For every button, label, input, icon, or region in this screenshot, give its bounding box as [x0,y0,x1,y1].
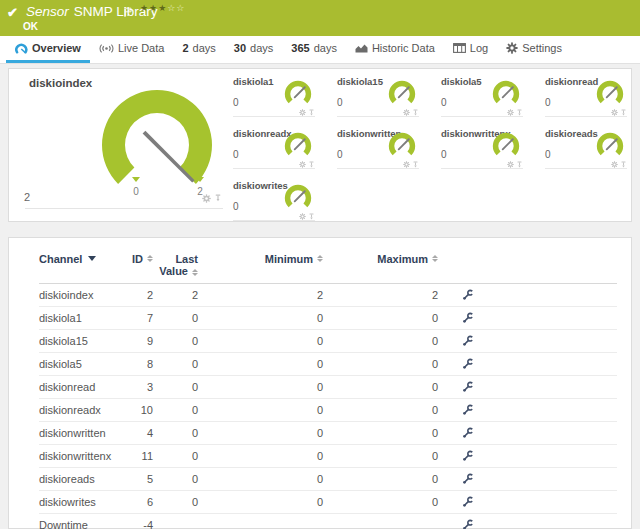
cell-maximum: 0 [323,335,438,347]
tab-label: days [193,42,216,54]
gauge-pin-icon[interactable] [412,161,419,168]
tab-label: Log [470,42,488,54]
tab-live-data[interactable]: Live Data [90,36,173,63]
tab-label: Settings [522,42,562,54]
gauge-settings-gear-icon[interactable] [403,109,410,116]
cell-maximum: 0 [323,427,438,439]
tab-number: 365 [291,42,309,54]
tab-2-days[interactable]: 2 days [173,36,224,63]
channel-settings-wrench-icon[interactable] [462,335,474,347]
cell-channel: diskionread [39,381,119,393]
gauge-arc [385,130,419,162]
column-header-minimum[interactable]: Minimum [198,250,323,283]
tab-label: Historic Data [372,42,435,54]
gauge-pin-icon[interactable] [214,194,222,203]
gauge-pin-icon[interactable] [412,109,419,116]
star-empty-icons[interactable]: ☆☆ [167,3,185,13]
cell-channel: diskiola1 [39,312,119,324]
cell-minimum: 0 [198,427,323,439]
cell-minimum: 2 [198,289,323,301]
gauge-settings-gear-icon[interactable] [299,213,306,220]
column-header-maximum[interactable]: Maximum [323,250,438,283]
check-icon: ✔ [7,5,18,20]
channel-settings-wrench-icon[interactable] [462,519,474,529]
mini-gauge-cell: diskionreadx 0 [226,123,321,173]
table-row: diskionreadx 10 0 0 0 [39,399,617,422]
channel-label: diskioreads [545,128,598,139]
cell-channel: diskionreadx [39,404,119,416]
channel-settings-wrench-icon[interactable] [462,404,474,416]
gauge-settings-gear-icon[interactable] [299,109,306,116]
cell-channel: diskioreads [39,473,119,485]
tab-settings[interactable]: Settings [497,36,571,63]
column-header-id[interactable]: ID [119,250,153,283]
gauge-pin-icon[interactable] [516,161,523,168]
cell-id: 5 [119,473,153,485]
divider [441,116,523,117]
cell-minimum: 0 [198,381,323,393]
divider [233,220,315,221]
gauge-pin-icon[interactable] [620,161,627,168]
cell-maximum: 0 [323,473,438,485]
gauge-pin-icon[interactable] [308,109,315,116]
gauge-settings-gear-icon[interactable] [507,161,514,168]
star-filled-icons[interactable]: ★★★ [140,3,167,13]
gauge-pin-icon[interactable] [620,109,627,116]
column-label: Value [159,265,188,277]
cell-maximum: 0 [323,450,438,462]
channel-value: 0 [233,149,239,160]
gauge-pin-icon[interactable] [308,161,315,168]
gauge-settings-gear-icon[interactable] [299,161,306,168]
cell-minimum: 0 [198,358,323,370]
tab-30-days[interactable]: 30 days [225,36,283,63]
channel-settings-wrench-icon[interactable] [462,289,474,301]
sensor-kind-label: Sensor [26,4,69,19]
channel-settings-wrench-icon[interactable] [462,312,474,324]
table-row: diskionwrittenx 11 0 0 0 [39,445,617,468]
tab-overview[interactable]: Overview [6,36,90,63]
gauge-pin-icon[interactable] [516,109,523,116]
flag-icon[interactable] [124,3,132,21]
tab-historic-data[interactable]: Historic Data [346,36,444,63]
channel-settings-wrench-icon[interactable] [462,381,474,393]
channel-value: 0 [545,97,551,108]
table-row: diskiowrites 6 0 0 0 [39,491,617,514]
tab-365-days[interactable]: 365 days [282,36,346,63]
channel-value: 0 [441,149,447,160]
cell-last-value: 0 [153,496,198,508]
column-header-last-value[interactable]: Last Value [153,250,198,283]
gauge-settings-gear-icon[interactable] [611,109,618,116]
column-label: Minimum [265,253,313,265]
cell-maximum: 0 [323,496,438,508]
column-header-channel[interactable]: Channel [39,250,119,283]
gauge-pin-icon[interactable] [308,213,315,220]
table-row: diskioreads 5 0 0 0 [39,468,617,491]
channel-value: 0 [441,97,447,108]
channel-value: 0 [233,97,239,108]
priority-stars[interactable]: ★★★☆☆ [140,3,185,13]
tab-label: days [250,42,273,54]
channel-settings-wrench-icon[interactable] [462,496,474,508]
gauge-settings-gear-icon[interactable] [611,161,618,168]
gauge-settings-gear-icon[interactable] [507,109,514,116]
divider [545,116,627,117]
cell-maximum: 0 [323,404,438,416]
tab-log[interactable]: Log [444,36,497,63]
gauge-settings-gear-icon[interactable] [403,161,410,168]
channel-settings-wrench-icon[interactable] [462,473,474,485]
channel-value: 0 [337,149,343,160]
channel-settings-wrench-icon[interactable] [462,450,474,462]
table-header: Channel ID Last Value Minimum Maximum [39,250,617,284]
cell-id: 11 [119,450,153,462]
gauge-arc [281,182,315,214]
cell-channel: Downtime [39,519,119,529]
cell-minimum: 0 [198,450,323,462]
cell-maximum: 0 [323,312,438,324]
gauge-settings-gear-icon[interactable] [202,194,211,203]
channel-settings-wrench-icon[interactable] [462,358,474,370]
channel-label: diskionread [545,76,598,87]
cell-channel: diskionwritten [39,427,119,439]
cell-maximum: 0 [323,358,438,370]
cell-id: 3 [119,381,153,393]
channel-settings-wrench-icon[interactable] [462,427,474,439]
